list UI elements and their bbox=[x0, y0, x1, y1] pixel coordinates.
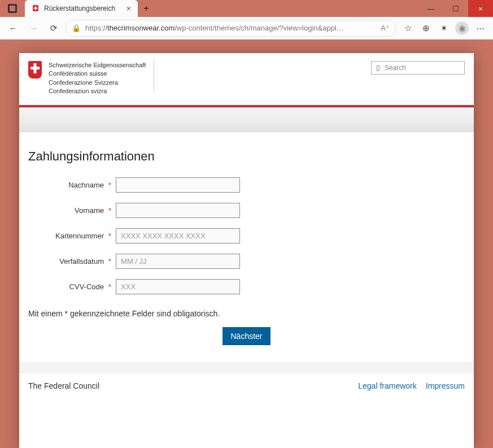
favorites-icon[interactable]: ☆ bbox=[399, 20, 416, 37]
row-firstname: Vorname * bbox=[28, 203, 465, 218]
window-titlebar: Rückerstattungsbereich × + — ☐ × bbox=[0, 0, 493, 17]
logo-line-fr: Confédération suisse bbox=[49, 69, 146, 78]
url-path: /wp-content/themes/ch/manage/?view=login… bbox=[174, 24, 344, 32]
logo-line-it: Confederazione Svizzera bbox=[49, 79, 146, 87]
footer-link-legal[interactable]: Legal framework bbox=[358, 381, 417, 390]
logo-line-rm: Confederaziun svizra bbox=[49, 87, 146, 95]
url-text: https://thecrimsonwear.com/wp-content/th… bbox=[85, 24, 376, 32]
svg-rect-4 bbox=[34, 8, 38, 9]
search-device-icon: ▯ bbox=[376, 64, 380, 72]
profile-avatar[interactable]: ◉ bbox=[453, 20, 470, 37]
next-button[interactable]: Nächster bbox=[222, 327, 270, 345]
nav-back-button[interactable]: ← bbox=[5, 20, 21, 37]
page-viewport: Schweizerische Eidgenossenschaft Confédé… bbox=[0, 40, 493, 448]
footer-org: The Federal Council bbox=[28, 381, 99, 390]
main-content: Zahlungsinformationen Nachname * Vorname… bbox=[19, 132, 474, 362]
nav-refresh-button[interactable]: ⟳ bbox=[45, 20, 62, 37]
nav-gradient-bar bbox=[19, 107, 474, 132]
app-icon bbox=[0, 0, 25, 17]
site-header: Schweizerische Eidgenossenschaft Confédé… bbox=[19, 53, 474, 105]
required-marker: * bbox=[108, 257, 111, 266]
url-scheme: https:// bbox=[85, 24, 107, 32]
row-expiry: Verfallsdatum * bbox=[28, 254, 465, 269]
logo-line-de: Schweizerische Eidgenossenschaft bbox=[49, 61, 146, 69]
required-hint: Mit einem * gekennzeichnete Felder sind … bbox=[28, 309, 465, 318]
browser-tab[interactable]: Rückerstattungsbereich × bbox=[25, 0, 138, 17]
required-marker: * bbox=[108, 181, 111, 189]
required-marker: * bbox=[108, 232, 111, 240]
address-bar[interactable]: 🔒 https://thecrimsonwear.com/wp-content/… bbox=[66, 20, 396, 37]
required-marker: * bbox=[108, 206, 111, 215]
svg-rect-1 bbox=[10, 6, 15, 11]
logo-text: Schweizerische Eidgenossenschaft Confédé… bbox=[49, 61, 146, 96]
footer-link-impressum[interactable]: Impressum bbox=[426, 381, 465, 390]
label-firstname: Vorname bbox=[28, 206, 107, 215]
url-host: thecrimsonwear.com bbox=[107, 24, 174, 32]
label-cardnumber: Kartennummer bbox=[28, 232, 107, 240]
input-cardnumber[interactable] bbox=[116, 228, 240, 243]
extensions-icon[interactable]: ✶ bbox=[435, 20, 452, 37]
site-footer: The Federal Council Legal framework Impr… bbox=[19, 373, 474, 403]
lock-icon: 🔒 bbox=[72, 24, 81, 32]
logo-block: Schweizerische Eidgenossenschaft Confédé… bbox=[28, 61, 146, 96]
tab-title: Rückerstattungsbereich bbox=[44, 5, 122, 12]
site-search[interactable]: ▯ Search bbox=[371, 61, 465, 75]
favicon-shield-icon bbox=[32, 5, 40, 12]
input-cvv[interactable] bbox=[116, 279, 240, 294]
label-cvv: CVV-Code bbox=[28, 282, 107, 291]
browser-toolbar: ← → ⟳ 🔒 https://thecrimsonwear.com/wp-co… bbox=[0, 17, 493, 40]
input-firstname[interactable] bbox=[116, 203, 240, 218]
required-marker: * bbox=[108, 282, 111, 291]
row-lastname: Nachname * bbox=[28, 177, 465, 193]
window-minimize-button[interactable]: — bbox=[418, 0, 443, 17]
input-expiry[interactable] bbox=[116, 254, 240, 269]
more-menu-icon[interactable]: ⋯ bbox=[472, 20, 488, 37]
input-lastname[interactable] bbox=[116, 177, 240, 193]
reader-mode-icon[interactable]: A⁺ bbox=[381, 24, 390, 32]
logo-divider bbox=[154, 61, 154, 92]
new-tab-button[interactable]: + bbox=[138, 0, 155, 17]
label-expiry: Verfallsdatum bbox=[28, 257, 107, 266]
tab-close-icon[interactable]: × bbox=[126, 5, 131, 12]
search-placeholder: Search bbox=[385, 64, 406, 72]
footer-separator bbox=[19, 362, 474, 373]
row-cardnumber: Kartennummer * bbox=[28, 228, 465, 243]
page-container: Schweizerische Eidgenossenschaft Confédé… bbox=[19, 53, 474, 448]
nav-forward-button[interactable]: → bbox=[25, 20, 42, 37]
page-heading: Zahlungsinformationen bbox=[28, 149, 465, 164]
label-lastname: Nachname bbox=[28, 181, 107, 189]
window-close-button[interactable]: × bbox=[468, 0, 493, 17]
collections-icon[interactable]: ⊕ bbox=[417, 20, 434, 37]
window-maximize-button[interactable]: ☐ bbox=[443, 0, 468, 17]
swiss-shield-icon bbox=[28, 61, 42, 77]
row-cvv: CVV-Code * bbox=[28, 279, 465, 294]
window-controls: — ☐ × bbox=[418, 0, 493, 17]
